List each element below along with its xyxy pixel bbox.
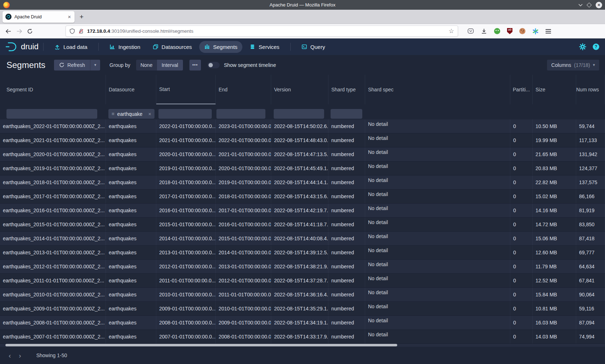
cell-size[interactable]: 14.16 MB — [533, 204, 576, 217]
horizontal-scrollbar[interactable] — [5, 344, 397, 346]
cell-size[interactable]: 11.79 MB — [533, 260, 576, 273]
cell-start[interactable]: 2012-01-01T00:00:00.0... — [156, 260, 216, 273]
cell-version[interactable]: 2022-08-15T14:44:14.1... — [271, 176, 328, 189]
cell-segment-id[interactable]: earthquakes_2018-01-01T00:00:00.000Z_2..… — [0, 176, 106, 189]
cell-segment-id[interactable]: earthquakes_2013-01-01T00:00:00.000Z_2..… — [0, 246, 106, 259]
cell-num-rows[interactable]: 87,094 — [576, 316, 605, 329]
cell-size[interactable]: 15.02 MB — [533, 190, 576, 203]
cell-end[interactable]: 2008-01-01T00:00:00.0... — [216, 330, 271, 343]
cell-shard-type[interactable]: numbered — [328, 204, 365, 217]
cell-start[interactable]: 2016-01-01T00:00:00.0... — [156, 204, 216, 217]
cell-end[interactable]: 2014-01-01T00:00:00.0... — [216, 246, 271, 259]
cell-size[interactable]: 10.81 MB — [533, 302, 576, 315]
cell-datasource[interactable]: earthquakes — [106, 246, 156, 259]
cell-shard-type[interactable]: numbered — [328, 274, 365, 287]
cell-version[interactable]: 2022-08-15T14:37:28.7... — [271, 274, 328, 287]
reload-button[interactable] — [24, 26, 35, 37]
column-header-start[interactable]: Start — [156, 75, 216, 104]
cell-partition[interactable]: 0 — [510, 232, 533, 245]
cell-end[interactable]: 2009-01-01T00:00:00.0... — [216, 316, 271, 329]
cell-start[interactable]: 2011-01-01T00:00:00.0... — [156, 274, 216, 287]
cell-datasource[interactable]: earthquakes — [106, 204, 156, 217]
cell-shard-spec[interactable]: No detail — [365, 204, 510, 217]
cell-shard-spec[interactable]: No detail — [365, 133, 510, 147]
cell-shard-spec[interactable]: No detail — [365, 176, 510, 189]
bookmark-star-icon[interactable]: ☆ — [449, 27, 454, 35]
window-close-icon[interactable]: × — [596, 2, 602, 8]
cell-end[interactable]: 2010-01-01T00:00:00.0... — [216, 302, 271, 315]
nav-item-segments[interactable]: Segments — [199, 41, 243, 53]
cell-size[interactable]: 10.50 MB — [533, 119, 576, 133]
remove-filter-icon[interactable]: × — [148, 111, 151, 117]
cell-start[interactable]: 2015-01-01T00:00:00.0... — [156, 218, 216, 231]
cell-num-rows[interactable]: 87,418 — [576, 232, 605, 245]
cell-partition[interactable]: 0 — [510, 316, 533, 329]
filter-input-segment-id[interactable] — [6, 109, 97, 119]
cell-shard-type[interactable]: numbered — [328, 161, 365, 175]
cell-shard-spec[interactable]: No detail — [365, 232, 510, 245]
cell-size[interactable]: 12.60 MB — [533, 246, 576, 259]
cell-start[interactable]: 2017-01-01T00:00:00.0... — [156, 190, 216, 203]
column-header-end[interactable]: End — [216, 75, 271, 104]
cell-segment-id[interactable]: earthquakes_2010-01-01T00:00:00.000Z_2..… — [0, 288, 106, 301]
privacy-badger-extension-icon[interactable] — [494, 28, 500, 34]
cell-partition[interactable]: 0 — [510, 119, 533, 133]
column-header-num-rows[interactable]: Num rows — [576, 75, 605, 104]
cell-start[interactable]: 2022-01-01T00:00:00.0... — [156, 119, 216, 133]
cell-version[interactable]: 2022-08-15T14:39:12.5... — [271, 246, 328, 259]
cell-shard-type[interactable]: numbered — [328, 316, 365, 329]
cell-shard-spec[interactable]: No detail — [365, 316, 510, 329]
cell-datasource[interactable]: earthquakes — [106, 161, 156, 175]
cell-shard-spec[interactable]: No detail — [365, 119, 510, 133]
cell-segment-id[interactable]: earthquakes_2021-01-01T00:00:00.000Z_2..… — [0, 133, 106, 147]
multi-account-extension-icon[interactable] — [532, 28, 539, 35]
cell-segment-id[interactable]: earthquakes_2017-01-01T00:00:00.000Z_2..… — [0, 190, 106, 203]
cell-datasource[interactable]: earthquakes — [106, 176, 156, 189]
forward-button[interactable] — [14, 26, 24, 37]
filter-input-start[interactable] — [158, 109, 212, 119]
cell-start[interactable]: 2018-01-01T00:00:00.0... — [156, 176, 216, 189]
more-options-button[interactable]: ••• — [189, 60, 201, 70]
cell-shard-spec[interactable]: No detail — [365, 274, 510, 287]
cell-num-rows[interactable]: 117,133 — [576, 133, 605, 147]
cell-size[interactable]: 15.06 MB — [533, 232, 576, 245]
cell-size[interactable]: 14.72 MB — [533, 218, 576, 231]
broken-lock-icon[interactable] — [78, 28, 84, 34]
window-maximize-icon[interactable] — [587, 2, 592, 7]
tab-close-icon[interactable]: × — [67, 14, 72, 20]
cell-partition[interactable]: 0 — [510, 147, 533, 161]
ublock-extension-icon[interactable]: uO — [507, 28, 512, 34]
nav-item-datasources[interactable]: Datasources — [148, 41, 197, 53]
cell-end[interactable]: 2023-01-01T00:00:00.0... — [216, 119, 271, 133]
cell-start[interactable]: 2007-01-01T00:00:00.0... — [156, 330, 216, 343]
refresh-button[interactable]: Refresh — [54, 60, 90, 70]
cell-datasource[interactable]: earthquakes — [106, 133, 156, 147]
cell-partition[interactable]: 0 — [510, 190, 533, 203]
cell-end[interactable]: 2013-01-01T00:00:00.0... — [216, 260, 271, 273]
back-button[interactable] — [3, 26, 14, 37]
cell-segment-id[interactable]: earthquakes_2016-01-01T00:00:00.000Z_2..… — [0, 204, 106, 217]
cell-num-rows[interactable]: 67,841 — [576, 274, 605, 287]
cell-shard-type[interactable]: numbered — [328, 119, 365, 133]
column-header-shard-type[interactable]: Shard type — [328, 75, 365, 104]
cell-shard-spec[interactable]: No detail — [365, 246, 510, 259]
cell-size[interactable]: 16.03 MB — [533, 316, 576, 329]
cell-shard-spec[interactable]: No detail — [365, 190, 510, 203]
cell-partition[interactable]: 0 — [510, 161, 533, 175]
column-header-size[interactable]: Size — [533, 75, 576, 104]
cell-partition[interactable]: 0 — [510, 330, 533, 343]
segment-timeline-toggle[interactable] — [207, 62, 220, 68]
cell-end[interactable]: 2016-01-01T00:00:00.0... — [216, 218, 271, 231]
cell-num-rows[interactable]: 81,919 — [576, 204, 605, 217]
druid-brand[interactable]: druid — [5, 42, 39, 52]
cell-version[interactable]: 2022-08-15T14:41:18.7... — [271, 218, 328, 231]
cell-version[interactable]: 2022-08-15T14:48:43.0... — [271, 133, 328, 147]
previous-page-icon[interactable]: ‹ — [9, 352, 11, 359]
cell-partition[interactable]: 0 — [510, 288, 533, 301]
nav-item-query[interactable]: Query — [296, 41, 330, 53]
group-by-interval-button[interactable]: Interval — [157, 60, 183, 70]
cell-partition[interactable]: 0 — [510, 246, 533, 259]
cell-datasource[interactable]: earthquakes — [106, 260, 156, 273]
cell-segment-id[interactable]: earthquakes_2014-01-01T00:00:00.000Z_2..… — [0, 232, 106, 245]
nav-item-services[interactable]: Services — [245, 41, 284, 53]
